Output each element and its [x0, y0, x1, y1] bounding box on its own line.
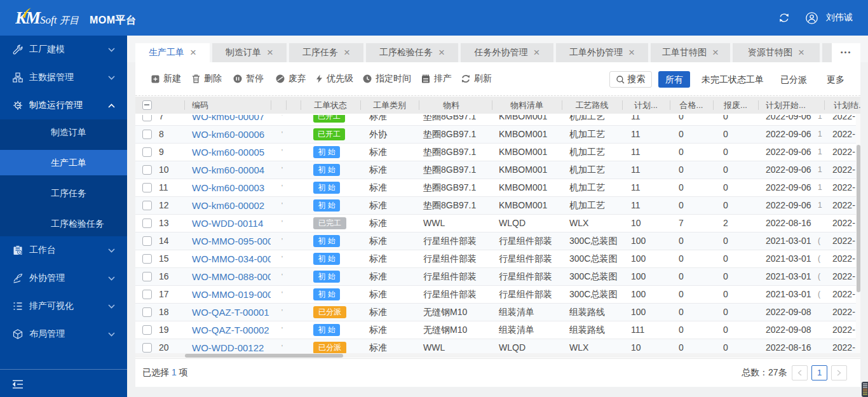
svg-text:开目: 开目: [60, 15, 79, 25]
svg-text:KM: KM: [15, 8, 41, 27]
svg-text:Soft: Soft: [40, 14, 58, 26]
